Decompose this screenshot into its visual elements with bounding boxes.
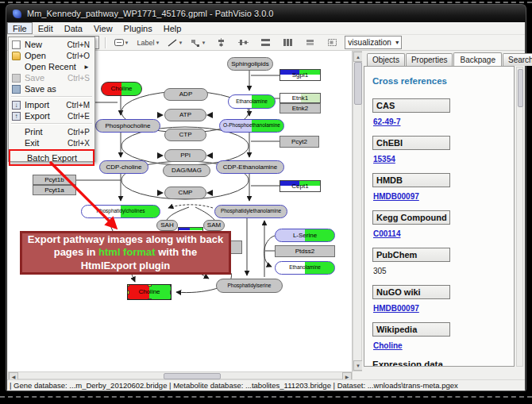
- pathway-node-sphingolipids[interactable]: Sphingolipids: [227, 57, 273, 71]
- node-label: Pcyt1a: [44, 187, 64, 194]
- pathway-node-pcyt1b[interactable]: Pcyt1b: [33, 175, 76, 185]
- canvas-hscrollbar[interactable]: ◀ ▶: [8, 371, 353, 379]
- file-menu-item-export[interactable]: ↑ExportCtrl+E: [9, 110, 94, 121]
- no-icon: [12, 128, 21, 137]
- tab-properties[interactable]: Properties: [406, 53, 453, 66]
- file-menu-item-new[interactable]: NewCtrl+N: [9, 39, 94, 50]
- pathway-node-cept1[interactable]: Cept1: [279, 180, 321, 192]
- sidepanel-vscrollbar[interactable]: [516, 67, 523, 367]
- hscroll-thumb[interactable]: [164, 373, 221, 379]
- selection-handle[interactable]: [170, 298, 172, 300]
- pathway-node-ethanolamine[interactable]: Ethanolamine: [275, 261, 335, 275]
- export-icon: ↑: [12, 112, 21, 121]
- xref-value-link[interactable]: HMDB00097: [373, 304, 506, 313]
- window-title: Mm_Kennedy_pathway_WP1771_45176.gpml - P…: [27, 9, 273, 18]
- pathway-node-choline[interactable]: Choline: [101, 82, 142, 96]
- sidepanel-scroll-thumb[interactable]: [518, 69, 523, 107]
- xref-value-link[interactable]: C00114: [373, 229, 506, 238]
- file-menu-item-save[interactable]: SaveCtrl+S: [9, 72, 94, 83]
- menubar-item-edit[interactable]: Edit: [33, 22, 59, 34]
- visualization-combobox[interactable]: visualization▼: [345, 36, 402, 49]
- file-menu-item-batch-export[interactable]: Batch Export: [9, 149, 94, 166]
- pathway-node-ethanolamine[interactable]: Ethanolamine: [228, 94, 276, 109]
- tab-search[interactable]: Search: [503, 53, 532, 66]
- pathway-node-ctp[interactable]: CTP: [164, 129, 206, 141]
- selection-handle[interactable]: [148, 298, 152, 300]
- xref-value-link[interactable]: Choline: [373, 341, 506, 350]
- selection-handle[interactable]: [127, 284, 129, 287]
- pathway-node-cdp-ethanolamine[interactable]: CDP-Ethanolamine: [216, 160, 284, 174]
- pathway-node-dag-mag[interactable]: DAG/MAG: [163, 164, 210, 177]
- pathway-node-cdp-choline[interactable]: CDP-choline: [99, 160, 148, 174]
- pathway-node-sam[interactable]: SAM: [203, 220, 225, 231]
- group-button[interactable]: [322, 36, 341, 50]
- xref-title-cas: CAS: [372, 98, 450, 113]
- menubar-item-data[interactable]: Data: [59, 22, 88, 34]
- pathway-node-o-phosphoethanolamine[interactable]: O-Phosphoethanolamine: [219, 119, 284, 133]
- pathway-node-phosphatidylethanolamine[interactable]: Phosphatidylethanolamine: [214, 205, 287, 218]
- distribute-vertical-button[interactable]: [278, 36, 297, 50]
- stack-button[interactable]: [300, 36, 319, 50]
- datanode-tool-button[interactable]: ▼: [112, 36, 132, 50]
- file-menu-item-import[interactable]: ↓ImportCtrl+M: [9, 99, 94, 110]
- save-as-icon: [12, 85, 21, 94]
- pathway-node-choline[interactable]: Choline: [127, 284, 172, 300]
- line-tool-button[interactable]: ▼: [165, 36, 185, 50]
- pathvisio-logo-icon: [13, 10, 21, 18]
- pathway-node-phosphatidylcholines[interactable]: Phosphatidylcholines: [81, 205, 160, 218]
- menubar-item-view[interactable]: View: [88, 22, 118, 34]
- pathway-node-ptdss2[interactable]: Ptdss2: [275, 245, 335, 257]
- selection-handle[interactable]: [127, 298, 129, 300]
- file-menu-item-save-as[interactable]: Save as: [9, 83, 94, 94]
- selection-handle[interactable]: [170, 290, 172, 294]
- menubar-item-help[interactable]: Help: [158, 22, 187, 34]
- pathway-node-cmp[interactable]: CMP: [164, 187, 206, 199]
- open-folder-icon: [12, 52, 21, 60]
- backpage-panel: Cross references CAS62-49-7ChEBI15354HMD…: [364, 66, 515, 367]
- shape-tool-button[interactable]: ▼: [188, 36, 208, 50]
- pathway-node-adp[interactable]: ADP: [164, 88, 208, 101]
- menu-item-shortcut: Ctrl+N: [67, 40, 90, 49]
- label-tool-button[interactable]: Label▼: [134, 36, 162, 50]
- menu-separator: [11, 123, 92, 125]
- selection-handle[interactable]: [148, 284, 152, 287]
- pathway-node-atp[interactable]: ATP: [164, 109, 206, 121]
- pathway-node-etnk2[interactable]: Etnk2: [279, 103, 321, 114]
- align-middle-button[interactable]: [233, 36, 253, 50]
- file-menu-item-exit[interactable]: ExitCtrl+X: [9, 137, 94, 148]
- menu-item-label: Batch Export: [27, 153, 88, 163]
- tab-objects[interactable]: Objects: [367, 53, 405, 66]
- canvas-vscrollbar[interactable]: ▲ ▼: [353, 51, 362, 371]
- align-center-button[interactable]: [211, 36, 230, 50]
- distribute-horizontal-button[interactable]: [256, 36, 275, 50]
- pathway-node-ppi[interactable]: PPi: [164, 149, 206, 162]
- node-label: O-Phosphoethanolamine: [223, 123, 280, 129]
- tab-backpage[interactable]: Backpage: [453, 52, 501, 67]
- menubar-item-plugins[interactable]: Plugins: [118, 22, 158, 34]
- menubar-item-file[interactable]: File: [7, 22, 33, 34]
- pathway-node-phosphatidylserine[interactable]: Phosphatidylserine: [216, 279, 283, 293]
- file-menu-item-open[interactable]: OpenCtrl+O: [9, 50, 94, 61]
- selection-handle[interactable]: [170, 284, 172, 287]
- pathway-node-sah[interactable]: SAH: [156, 220, 178, 231]
- pathway-node-phosphocholine[interactable]: Phosphocholine: [95, 119, 160, 133]
- node-label: DAG/MAG: [172, 167, 202, 174]
- pathway-node-sgpl1[interactable]: Sgpl1: [279, 69, 321, 81]
- title-bar[interactable]: Mm_Kennedy_pathway_WP1771_45176.gpml - P…: [6, 5, 526, 22]
- file-menu-item-open-recent[interactable]: Open Recent►: [9, 61, 94, 72]
- file-menu-dropdown: NewCtrl+NOpenCtrl+OOpen Recent►SaveCtrl+…: [8, 37, 95, 162]
- vscroll-thumb[interactable]: [354, 62, 362, 105]
- menu-item-label: Open: [25, 51, 63, 60]
- selection-handle[interactable]: [127, 290, 129, 294]
- pathway-node-etnk1[interactable]: Etnk1: [279, 93, 321, 103]
- xref-value-link[interactable]: 15354: [373, 155, 506, 164]
- node-label: ATP: [179, 112, 191, 118]
- menu-item-label: Exit: [25, 138, 64, 148]
- pathway-node-pcyt1a[interactable]: Pcyt1a: [33, 185, 76, 195]
- file-menu-item-print[interactable]: PrintCtrl+P: [9, 126, 94, 137]
- pathway-node-l-serine[interactable]: L-Serine: [275, 229, 335, 242]
- xref-value-link[interactable]: 62-49-7: [373, 117, 506, 126]
- node-label: L-Serine: [293, 233, 317, 239]
- xref-value-link[interactable]: HMDB00097: [373, 192, 506, 201]
- pathway-node-pcyt2[interactable]: Pcyt2: [279, 136, 319, 148]
